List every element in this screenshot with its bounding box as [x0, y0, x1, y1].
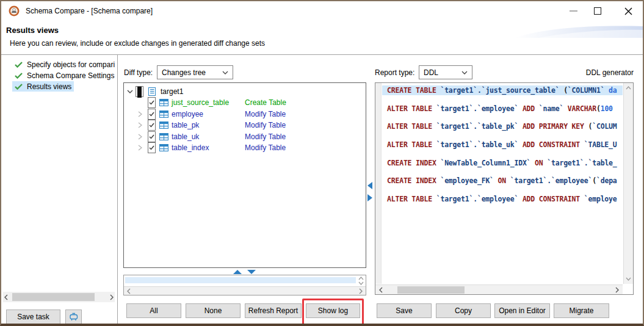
scroll-right-icon[interactable]	[615, 287, 619, 293]
open-in-editor-label: Open in Editor	[499, 306, 546, 315]
collapse-up-icon[interactable]	[233, 270, 242, 274]
none-button-label: None	[204, 306, 222, 315]
copy-button[interactable]: Copy	[436, 303, 491, 318]
report-type-label: Report type:	[375, 68, 414, 77]
changes-tree[interactable]: target1 just_source_table Create Table	[123, 82, 366, 268]
window-title: Schema Compare - [Schema compare]	[26, 7, 153, 15]
collapse-down-icon[interactable]	[247, 270, 256, 274]
ddl-generator-label: DDL generator	[586, 68, 634, 77]
scroll-right-icon[interactable]	[359, 288, 363, 294]
close-button[interactable]	[618, 1, 639, 21]
sidebar-hscrollbar[interactable]	[3, 292, 115, 302]
app-icon	[9, 5, 20, 16]
tree-item-action: Modify Table	[245, 142, 286, 153]
save-task-button[interactable]: Save task	[6, 310, 60, 324]
piggy-bank-icon	[68, 312, 79, 322]
save-button-label: Save	[396, 306, 412, 315]
show-log-label: Show log	[318, 306, 348, 315]
chevron-down-icon[interactable]	[127, 86, 133, 97]
sql-code[interactable]: CREATE TABLE `target1`.`just_source_tabl…	[382, 83, 623, 284]
schema-icon	[148, 86, 156, 97]
sidebar-item-label: Schema Compare Settings	[27, 71, 114, 80]
all-button[interactable]: All	[126, 303, 181, 318]
show-log-button[interactable]: Show log	[306, 303, 360, 318]
chevron-right-icon[interactable]	[138, 120, 142, 131]
tree-row[interactable]: table_uk Modify Table	[124, 131, 366, 142]
open-in-editor-button[interactable]: Open in Editor	[494, 303, 550, 318]
maximize-button[interactable]	[587, 1, 608, 21]
tree-item-name: table_pk	[172, 120, 199, 131]
table-icon	[159, 142, 168, 153]
scrollbar-thumb[interactable]	[12, 293, 95, 301]
sql-line: ALTER TABLE `target1`.`employee` ADD `na…	[382, 104, 623, 114]
object-ddl-preview[interactable]	[123, 275, 366, 295]
minimize-button[interactable]	[563, 1, 584, 21]
scroll-up-icon[interactable]	[358, 277, 364, 280]
save-task-label: Save task	[17, 313, 49, 321]
table-icon	[159, 120, 168, 131]
scroll-up-icon[interactable]	[626, 86, 631, 90]
chevron-down-icon	[461, 71, 468, 74]
check-icon	[15, 73, 23, 79]
tree-item-action: Modify Table	[245, 120, 286, 131]
chevron-down-icon	[222, 71, 228, 74]
editor-vscrollbar[interactable]	[623, 83, 633, 284]
report-type-dropdown[interactable]: DDL	[419, 65, 472, 79]
refresh-report-button[interactable]: Refresh Report	[245, 303, 302, 318]
sql-line: ALTER TABLE `target1`.`table_uk` ADD CON…	[382, 140, 623, 150]
scroll-right-icon[interactable]	[110, 294, 114, 300]
sql-line: CREATE TABLE `target1`.`just_source_tabl…	[382, 85, 623, 95]
collapse-right-icon[interactable]	[367, 194, 372, 201]
tree-row-root[interactable]: target1	[124, 86, 366, 97]
sidebar-item-settings[interactable]: Schema Compare Settings	[12, 70, 117, 81]
tree-row[interactable]: just_source_table Create Table	[124, 97, 366, 108]
scroll-down-icon[interactable]	[626, 277, 631, 281]
refresh-report-label: Refresh Report	[248, 306, 298, 315]
tree-item-action: Create Table	[245, 97, 286, 108]
scroll-left-icon[interactable]	[4, 294, 8, 300]
sidebar-item-specify-objects[interactable]: Specify objects for compari	[12, 59, 117, 70]
page-title: Results views	[6, 26, 59, 35]
tree-item-name: employee	[172, 109, 203, 120]
diff-type-dropdown[interactable]: Changes tree	[157, 65, 233, 79]
sidebar-item-label: Results views	[27, 82, 71, 91]
panel-splitter-horizontal[interactable]	[233, 270, 256, 274]
save-command-line-button[interactable]	[65, 310, 82, 324]
none-button[interactable]: None	[186, 303, 241, 318]
diff-type-label: Diff type:	[124, 68, 153, 77]
ddl-report-panel[interactable]: CREATE TABLE `target1`.`just_source_tabl…	[375, 82, 634, 295]
selected-line-highlight	[125, 277, 356, 283]
chevron-right-icon[interactable]	[138, 109, 142, 120]
mini-hscrollbar[interactable]	[124, 286, 366, 295]
scroll-left-icon[interactable]	[379, 287, 383, 293]
save-button[interactable]: Save	[377, 303, 432, 318]
chevron-right-icon[interactable]	[138, 142, 142, 153]
sidebar-item-label: Specify objects for compari	[27, 60, 115, 69]
sql-line: CREATE INDEX `NewTable_Column1_IDX` ON `…	[382, 158, 623, 168]
sql-line: ALTER TABLE `target1`.`employee` ADD CON…	[382, 194, 623, 204]
sql-line: CREATE INDEX `employee_FK` ON `target1`.…	[382, 176, 623, 186]
chevron-right-icon[interactable]	[138, 131, 142, 142]
tree-row[interactable]: table_pk Modify Table	[124, 120, 366, 131]
scroll-left-icon[interactable]	[127, 288, 131, 294]
tree-row[interactable]: table_index Modify Table	[124, 142, 366, 153]
report-type-value: DDL	[424, 68, 438, 77]
tree-item-action: Modify Table	[245, 109, 286, 120]
panel-splitter-vertical[interactable]	[367, 182, 372, 201]
copy-button-label: Copy	[455, 306, 472, 315]
collapse-left-icon[interactable]	[367, 182, 372, 189]
tree-row[interactable]: employee Modify Table	[124, 109, 366, 120]
sidebar-item-results-views[interactable]: Results views	[12, 81, 74, 92]
mini-vscrollbar[interactable]	[357, 276, 365, 287]
editor-hscrollbar[interactable]	[375, 284, 623, 294]
table-icon	[159, 131, 168, 142]
decorative-swoosh	[515, 23, 643, 39]
scrollbar-thumb[interactable]	[397, 286, 465, 294]
schema-compare-window: Schema Compare - [Schema compare] Result…	[0, 0, 644, 326]
scroll-down-icon[interactable]	[358, 281, 364, 285]
editor-gutter	[375, 83, 382, 284]
tree-item-action: Modify Table	[245, 131, 286, 142]
migrate-button[interactable]: Migrate	[554, 303, 609, 318]
table-icon	[159, 109, 168, 120]
minimize-icon	[570, 10, 577, 12]
